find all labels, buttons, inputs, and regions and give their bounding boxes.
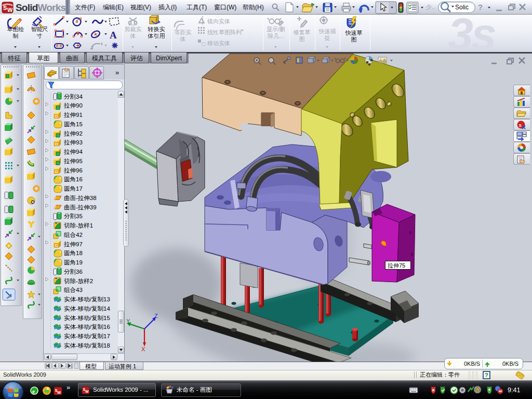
svg-text:W: W: [57, 390, 61, 395]
svg-text:A: A: [110, 30, 117, 41]
svg-text:Z: Z: [154, 313, 158, 319]
svg-text:e: e: [32, 388, 35, 394]
svg-text:X: X: [141, 346, 145, 352]
svg-text:W: W: [7, 7, 13, 13]
svg-text:»: »: [66, 383, 70, 391]
svg-text:S: S: [3, 5, 7, 11]
svg-text:S: S: [519, 123, 522, 128]
svg-text:Y: Y: [126, 318, 130, 324]
svg-text:W: W: [85, 390, 89, 393]
